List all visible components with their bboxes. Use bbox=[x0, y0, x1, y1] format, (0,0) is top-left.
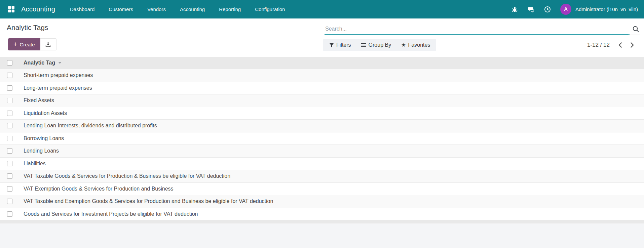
navbar-systray: A Administrator (l10n_vn_viin) bbox=[511, 4, 638, 15]
table-row[interactable]: Short-term prepaid expenses bbox=[0, 69, 644, 82]
bug-icon bbox=[512, 6, 518, 12]
create-button[interactable]: + Create bbox=[8, 38, 40, 50]
row-label: VAT Taxable Goods & Services for Product… bbox=[21, 173, 230, 179]
search-options-bar: Filters Group By ★ Favorites bbox=[323, 39, 436, 51]
pager-next-button[interactable] bbox=[628, 40, 637, 50]
star-icon: ★ bbox=[401, 42, 406, 47]
content-background bbox=[0, 223, 644, 248]
nav-item-accounting[interactable]: Accounting bbox=[180, 6, 205, 12]
table-row[interactable]: Lending Loan Interests, dividends and di… bbox=[0, 120, 644, 132]
row-checkbox-cell bbox=[0, 123, 21, 128]
filters-label: Filters bbox=[336, 42, 351, 48]
favorites-button[interactable]: ★ Favorites bbox=[401, 42, 430, 48]
main-menu: Dashboard Customers Vendors Accounting R… bbox=[70, 6, 285, 12]
chevron-left-icon bbox=[618, 42, 622, 48]
page-title: Analytic Tags bbox=[7, 24, 48, 32]
nav-item-vendors[interactable]: Vendors bbox=[147, 6, 166, 12]
row-checkbox-cell bbox=[0, 73, 21, 78]
download-icon bbox=[45, 42, 51, 47]
create-button-label: Create bbox=[20, 42, 35, 47]
debug-button[interactable] bbox=[511, 6, 518, 13]
filters-button[interactable]: Filters bbox=[329, 42, 351, 48]
activities-button[interactable] bbox=[544, 6, 551, 13]
pager-previous-button[interactable] bbox=[616, 40, 624, 50]
table-row[interactable]: Goods and Services for Investment Projec… bbox=[0, 208, 644, 221]
top-navbar: Accounting Dashboard Customers Vendors A… bbox=[0, 0, 644, 18]
column-header-label: Analytic Tag bbox=[24, 60, 55, 66]
row-checkbox[interactable] bbox=[7, 73, 12, 78]
row-label: VAT Exemption Goods & Services for Produ… bbox=[21, 186, 174, 192]
row-checkbox[interactable] bbox=[7, 161, 12, 166]
row-checkbox[interactable] bbox=[7, 85, 12, 91]
select-all-checkbox[interactable] bbox=[7, 60, 12, 66]
table-row[interactable]: Liquidation Assets bbox=[0, 107, 644, 120]
list-view: Analytic Tag Short-term prepaid expenses… bbox=[0, 57, 644, 248]
table-row[interactable]: VAT Taxable Goods & Services for Product… bbox=[0, 170, 644, 183]
clock-icon bbox=[544, 6, 551, 13]
row-checkbox[interactable] bbox=[7, 148, 12, 154]
group-by-icon bbox=[361, 43, 366, 47]
row-label: Goods and Services for Investment Projec… bbox=[21, 211, 198, 217]
row-checkbox[interactable] bbox=[7, 123, 12, 128]
table-row[interactable]: Long-term prepaid expenses bbox=[0, 82, 644, 95]
row-checkbox[interactable] bbox=[7, 98, 12, 103]
nav-item-customers[interactable]: Customers bbox=[109, 6, 133, 12]
plus-icon: + bbox=[13, 41, 17, 47]
group-by-button[interactable]: Group By bbox=[361, 42, 391, 48]
row-label: Lending Loans bbox=[21, 148, 59, 154]
row-checkbox[interactable] bbox=[7, 199, 12, 204]
messages-button[interactable] bbox=[527, 6, 535, 13]
row-checkbox[interactable] bbox=[7, 111, 12, 116]
row-label: Lending Loan Interests, dividends and di… bbox=[21, 123, 157, 129]
user-menu[interactable]: A Administrator (l10n_vn_viin) bbox=[560, 4, 638, 15]
row-checkbox-cell bbox=[0, 199, 21, 204]
apps-menu-button[interactable] bbox=[7, 5, 15, 14]
table-row[interactable]: Liabilities bbox=[0, 158, 644, 170]
row-checkbox[interactable] bbox=[7, 173, 12, 179]
table-header-row: Analytic Tag bbox=[0, 57, 644, 69]
apps-grid-icon bbox=[8, 6, 15, 13]
search-icon bbox=[632, 25, 640, 33]
chat-icon bbox=[528, 6, 535, 13]
table-row[interactable]: Fixed Assets bbox=[0, 94, 644, 107]
user-name: Administrator (l10n_vn_viin) bbox=[575, 6, 638, 12]
row-label: Liquidation Assets bbox=[21, 110, 67, 116]
row-checkbox-cell bbox=[0, 173, 21, 179]
row-checkbox[interactable] bbox=[7, 136, 12, 141]
avatar: A bbox=[560, 4, 571, 15]
table-row[interactable]: Lending Loans bbox=[0, 145, 644, 158]
row-label: Fixed Assets bbox=[21, 97, 54, 104]
row-label: VAT Taxable and Exemption Goods & Servic… bbox=[21, 198, 273, 204]
search-input[interactable] bbox=[325, 24, 630, 35]
nav-item-dashboard[interactable]: Dashboard bbox=[70, 6, 94, 12]
select-all-cell bbox=[0, 57, 21, 69]
table-footer-strip bbox=[0, 220, 644, 223]
app-brand[interactable]: Accounting bbox=[21, 5, 55, 13]
row-checkbox[interactable] bbox=[7, 186, 12, 192]
row-label: Long-term prepaid expenses bbox=[21, 85, 92, 91]
filter-funnel-icon bbox=[329, 43, 334, 47]
table-row[interactable]: Borrowing Loans bbox=[0, 132, 644, 145]
search-button[interactable] bbox=[632, 25, 640, 34]
text-cursor bbox=[325, 26, 325, 33]
chevron-right-icon bbox=[630, 42, 635, 48]
pager-range[interactable]: 1-12 / 12 bbox=[587, 42, 610, 48]
row-checkbox-cell bbox=[0, 85, 21, 91]
avatar-initial: A bbox=[564, 6, 568, 12]
row-checkbox[interactable] bbox=[7, 211, 12, 217]
nav-item-reporting[interactable]: Reporting bbox=[219, 6, 241, 12]
column-header-analytic-tag[interactable]: Analytic Tag bbox=[21, 57, 62, 69]
pager: 1-12 / 12 bbox=[587, 39, 637, 51]
row-checkbox-cell bbox=[0, 136, 21, 141]
row-checkbox-cell bbox=[0, 211, 21, 217]
nav-item-configuration[interactable]: Configuration bbox=[255, 6, 285, 12]
row-checkbox-cell bbox=[0, 186, 21, 192]
row-checkbox-cell bbox=[0, 161, 21, 166]
row-label: Liabilities bbox=[21, 161, 46, 167]
sort-caret-icon bbox=[58, 62, 62, 64]
create-button-group: + Create bbox=[8, 38, 56, 50]
table-row[interactable]: VAT Exemption Goods & Services for Produ… bbox=[0, 183, 644, 196]
table-row[interactable]: VAT Taxable and Exemption Goods & Servic… bbox=[0, 195, 644, 208]
export-button[interactable] bbox=[40, 38, 56, 50]
row-label: Short-term prepaid expenses bbox=[21, 72, 93, 78]
